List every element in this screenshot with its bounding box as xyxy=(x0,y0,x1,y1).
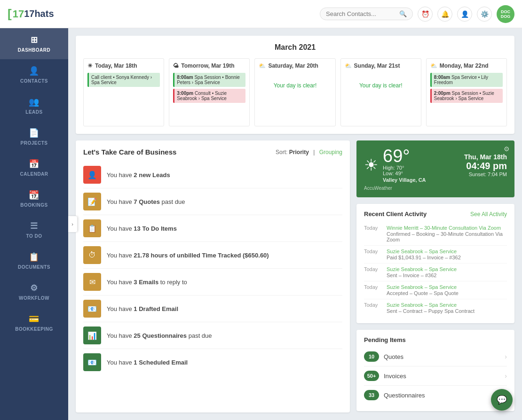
layout: ⊞ DASHBOARD 👤 CONTACTS 👥 LEADS 📄 PROJECT… xyxy=(0,28,522,420)
activity-date-2: Today xyxy=(364,249,380,254)
cloudy-icon-2: ⛅ xyxy=(345,62,352,69)
sidebar-item-todo[interactable]: ☰ TO DO xyxy=(0,214,68,245)
see-all-activity[interactable]: See All Activity xyxy=(470,211,507,218)
activity-date-5: Today xyxy=(364,302,380,308)
weather-gear-icon[interactable]: ⚙ xyxy=(504,145,510,153)
bookkeeping-icon: 💳 xyxy=(29,314,40,324)
sidebar-item-bookkeeping[interactable]: 💳 BOOKKEEPING xyxy=(0,307,68,338)
search-icon: 🔍 xyxy=(399,10,407,17)
avatar[interactable]: DOCDOG xyxy=(497,5,514,23)
sidebar-label-workflow: WORKFLOW xyxy=(19,296,49,301)
weather-temp-block: 69° High: 70° Low: 49° Valley Village, C… xyxy=(383,147,426,183)
pending-badge-quotes: 10 xyxy=(364,351,379,362)
cal-day-5-header: ⛅ Monday, Mar 22nd xyxy=(430,62,503,69)
sidebar-item-bookings[interactable]: 📆 BOOKINGS xyxy=(0,183,68,214)
pending-item-invoices[interactable]: 50+ Invoices › xyxy=(364,366,507,386)
settings-icon-btn[interactable]: ⚙️ xyxy=(477,7,492,22)
activity-link-2[interactable]: Suzie Seabrook – Spa Service xyxy=(387,249,457,254)
collapse-arrow[interactable]: › xyxy=(68,216,77,232)
user-icon-btn[interactable]: 👤 xyxy=(457,7,472,22)
cal-day-2-event-2[interactable]: 3:00pm Consult • Suzie Seabrook › Spa Se… xyxy=(173,89,245,103)
weather-sunset: Sunset: 7:04 PM xyxy=(464,171,507,177)
activity-link-4[interactable]: Suzie Seabrook – Spa Service xyxy=(387,284,457,290)
activity-item-4: Today Suzie Seabrook – Spa Service Accep… xyxy=(364,281,507,299)
chat-button[interactable]: 💬 xyxy=(491,389,513,411)
activity-link-1[interactable]: Winnie Merritt – 30-Minute Consultation … xyxy=(387,225,501,231)
sidebar-label-bookings: BOOKINGS xyxy=(20,202,47,208)
dashboard-icon: ⊞ xyxy=(31,35,38,45)
activity-link-5[interactable]: Suzie Seabrook – Spa Service xyxy=(387,302,457,308)
pending-label-invoices: Invoices xyxy=(384,373,500,380)
leads-icon: 👥 xyxy=(29,97,40,107)
contacts-icon: 👤 xyxy=(29,66,40,76)
weather-card: ⚙ ☀ 69° High: 70° Low: 49° Valley Villag… xyxy=(356,140,514,197)
biz-item-questionnaires[interactable]: 📊 You have 25 Questionnaires past due xyxy=(83,322,342,349)
cloudy-icon-3: ⛅ xyxy=(430,62,437,69)
alarm-icon-btn[interactable]: ⏰ xyxy=(418,7,433,22)
activity-item-2: Today Suzie Seabrook – Spa Service Paid … xyxy=(364,246,507,264)
sidebar: ⊞ DASHBOARD 👤 CONTACTS 👥 LEADS 📄 PROJECT… xyxy=(0,28,68,420)
cal-day-4-clear: Your day is clear! xyxy=(345,73,417,89)
bottom-row: Let's Take Care of Business Sort: Priori… xyxy=(76,140,514,412)
search-area: 🔍 ⏰ 🔔 👤 ⚙️ DOCDOG xyxy=(320,5,514,23)
sort-separator: | xyxy=(313,149,315,156)
biz-item-time[interactable]: ⏱ You have 21.78 hours of unbilled Time … xyxy=(83,242,342,269)
activity-item-1: Today Winnie Merritt – 30-Minute Consult… xyxy=(364,222,507,246)
sidebar-label-projects: PROJECTS xyxy=(21,140,48,146)
sidebar-item-documents[interactable]: 📋 DOCUMENTS xyxy=(0,245,68,276)
weather-low: Low: 49° xyxy=(383,171,426,176)
notification-icon-btn[interactable]: 🔔 xyxy=(437,7,452,22)
biz-text-scheduled: You have 1 Scheduled Email xyxy=(107,359,188,366)
pending-arrow-quotes: › xyxy=(505,353,507,360)
sidebar-item-contacts[interactable]: 👤 CONTACTS xyxy=(0,59,68,90)
activity-desc-2: Paid $1,043.91 – Invoice – #362 xyxy=(364,255,507,260)
pending-label-questionnaires: Questionnaires xyxy=(384,392,500,399)
search-box[interactable]: 🔍 xyxy=(320,8,413,20)
sidebar-label-todo: TO DO xyxy=(26,233,42,239)
sidebar-item-calendar[interactable]: 📅 CALENDAR xyxy=(0,152,68,183)
sidebar-label-bookkeeping: BOOKKEEPING xyxy=(15,327,53,332)
sidebar-item-leads[interactable]: 👥 LEADS xyxy=(0,90,68,121)
sidebar-label-dashboard: DASHBOARD xyxy=(18,47,51,53)
activity-date-1: Today xyxy=(364,225,380,231)
biz-item-leads[interactable]: 👤 You have 2 new Leads xyxy=(83,162,342,188)
weather-right: Thu, Mar 18th 04:49 pm Sunset: 7:04 PM xyxy=(464,153,507,177)
cal-day-3-header: ⛅ Saturday, Mar 20th xyxy=(259,62,331,69)
weather-source: AccuWeather xyxy=(364,186,507,191)
weather-date: Thu, Mar 18th xyxy=(464,153,507,161)
cal-day-1-event-1[interactable]: Call client • Sonya Kennedy › Spa Servic… xyxy=(87,73,160,87)
pending-badge-questionnaires: 33 xyxy=(364,390,379,400)
biz-icon-emails: ✉ xyxy=(83,273,101,291)
logo-17: 17 xyxy=(13,8,24,20)
biz-icon-quotes: 📝 xyxy=(83,193,101,210)
logo-bracket: [ xyxy=(8,7,12,21)
biz-text-todo: You have 13 To Do Items xyxy=(107,225,177,232)
grouping-link[interactable]: Grouping xyxy=(319,149,342,156)
pending-item-questionnaires[interactable]: 33 Questionnaires › xyxy=(364,386,507,404)
weather-sun-icon: ☀ xyxy=(364,156,378,174)
biz-item-todo[interactable]: 📋 You have 13 To Do Items xyxy=(83,215,342,242)
biz-text-questionnaires: You have 25 Questionnaires past due xyxy=(107,332,212,339)
cal-day-5-event-2[interactable]: 2:00pm Spa Session • Suzie Seabrook › Sp… xyxy=(430,89,503,103)
biz-item-drafted[interactable]: 📧 You have 1 Drafted Email xyxy=(83,296,342,322)
sidebar-item-projects[interactable]: 📄 PROJECTS xyxy=(0,121,68,152)
pending-item-quotes[interactable]: 10 Quotes › xyxy=(364,347,507,366)
biz-item-quotes[interactable]: 📝 You have 7 Quotes past due xyxy=(83,188,342,215)
search-input[interactable] xyxy=(326,10,396,17)
right-panel: ⚙ ☀ 69° High: 70° Low: 49° Valley Villag… xyxy=(356,140,514,412)
cal-day-2-event-1[interactable]: 8:00am Spa Session • Bonnie Peters › Spa… xyxy=(173,73,245,87)
pending-arrow-invoices: › xyxy=(505,372,507,380)
cal-day-4-header: ⛅ Sunday, Mar 21st xyxy=(345,62,417,69)
biz-item-emails[interactable]: ✉ You have 3 Emails to reply to xyxy=(83,269,342,296)
cloudy-icon-1: ⛅ xyxy=(259,62,266,69)
pending-title: Pending Items xyxy=(364,336,507,343)
projects-icon: 📄 xyxy=(29,128,40,138)
biz-item-scheduled[interactable]: 📧 You have 1 Scheduled Email xyxy=(83,349,342,375)
sort-label: Sort: xyxy=(276,149,289,156)
weather-main: ☀ 69° High: 70° Low: 49° Valley Village,… xyxy=(364,147,507,183)
sidebar-item-workflow[interactable]: ⚙ WORKFLOW xyxy=(0,276,68,307)
cal-day-5-event-1[interactable]: 8:00am Spa Service • Lily Freedom xyxy=(430,73,503,87)
sidebar-item-dashboard[interactable]: ⊞ DASHBOARD xyxy=(0,28,68,59)
activity-link-3[interactable]: Suzie Seabrook – Spa Service xyxy=(387,266,457,272)
sort-area: Sort: Priority | Grouping xyxy=(276,149,342,156)
